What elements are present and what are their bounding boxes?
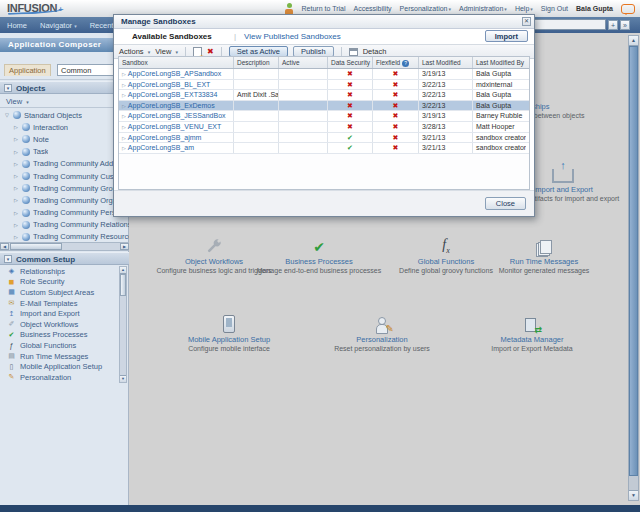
tree-item-trading-community-relationship[interactable]: ▷Trading Community Relationship bbox=[0, 219, 129, 231]
search-go-button[interactable]: + bbox=[608, 20, 618, 30]
main-vertical-scrollbar[interactable]: ▲ ▼ bbox=[628, 35, 639, 501]
tree-expand-icon[interactable]: ▷ bbox=[14, 149, 21, 155]
tree-expand-icon[interactable]: ▷ bbox=[14, 197, 21, 203]
column-header-data-security[interactable]: Data Security bbox=[328, 57, 373, 68]
tile-title-link[interactable]: Mobile Application Setup bbox=[163, 335, 295, 344]
common-setup-section-header[interactable]: ▾Common Setup bbox=[0, 252, 129, 265]
sandbox-name-link[interactable]: AppCoreLongSB_ajmm bbox=[128, 134, 202, 141]
sandbox-name-link[interactable]: AppCoreLongSB_APSandbox bbox=[128, 70, 221, 77]
row-expand-icon[interactable]: ▷ bbox=[122, 82, 126, 88]
scroll-right-icon[interactable]: ▶ bbox=[120, 243, 129, 250]
tree-expand-icon[interactable]: ▷ bbox=[14, 161, 21, 167]
header-link-sign-out[interactable]: Sign Out bbox=[541, 5, 568, 12]
row-expand-icon[interactable]: ▷ bbox=[122, 135, 126, 141]
view-menu[interactable]: View ▾ bbox=[155, 47, 178, 56]
sidebar-item-business-processes[interactable]: ✔Business Processes bbox=[0, 330, 119, 341]
collapse-icon[interactable]: ▾ bbox=[4, 255, 12, 263]
sidebar-item-relationships[interactable]: ◈Relationships bbox=[0, 266, 119, 277]
header-link-administration[interactable]: Administration▾ bbox=[459, 5, 507, 12]
header-link-personalization[interactable]: Personalization▾ bbox=[400, 5, 451, 12]
sandbox-name-link[interactable]: AppCoreLongSB_am bbox=[128, 144, 194, 151]
sandbox-name-link[interactable]: AppCoreLongSB_EXT33834 bbox=[128, 91, 218, 98]
search-input[interactable] bbox=[528, 19, 606, 30]
nav-item-home[interactable]: Home bbox=[7, 21, 27, 30]
tree-expand-icon[interactable]: ▷ bbox=[14, 234, 21, 240]
column-header-sandbox[interactable]: Sandbox bbox=[119, 57, 234, 68]
row-expand-icon[interactable]: ▷ bbox=[122, 113, 126, 119]
tile-title-link[interactable]: Metadata Manager bbox=[466, 335, 598, 344]
sidebar-item-run-time-messages[interactable]: ▤Run Time Messages bbox=[0, 351, 119, 362]
tree-item-trading-community-organizatio[interactable]: ▷Trading Community Organizatio bbox=[0, 194, 129, 206]
sandbox-name-link[interactable]: AppCoreLongSB_BL_EXT bbox=[128, 81, 211, 88]
header-link-return-to-trial[interactable]: Return to Trial bbox=[302, 5, 346, 12]
tree-item-trading-community-group-prof[interactable]: ▷Trading Community Group Prof bbox=[0, 182, 129, 194]
tree-expand-icon[interactable]: ▷ bbox=[14, 210, 21, 216]
tree-item-task[interactable]: ▷Task bbox=[0, 146, 129, 158]
sidebar-item-object-workflows[interactable]: ✐Object Workflows bbox=[0, 319, 119, 330]
scroll-left-icon[interactable]: ◀ bbox=[0, 243, 9, 250]
scrollbar-thumb[interactable] bbox=[10, 243, 62, 250]
sidebar-item-personalization[interactable]: ✎Personalization bbox=[0, 372, 119, 383]
scroll-up-icon[interactable]: ▲ bbox=[120, 267, 126, 274]
table-row[interactable]: ▷AppCoreLongSB_ajmm✔✖3/21/13sandbox crea… bbox=[119, 133, 529, 144]
nav-item-navigator[interactable]: Navigator▾ bbox=[40, 21, 77, 30]
tree-item-trading-community-address[interactable]: ▷Trading Community Address bbox=[0, 158, 129, 170]
tab-available-sandboxes[interactable]: Available Sandboxes bbox=[132, 32, 212, 41]
header-link-accessibility[interactable]: Accessibility bbox=[353, 5, 391, 12]
tree-expand-icon[interactable]: ▷ bbox=[14, 124, 21, 130]
table-row[interactable]: ▷AppCoreLongSB_am✔✖3/21/13sandbox creato… bbox=[119, 143, 529, 154]
tree-horizontal-scrollbar[interactable]: ◀ ▶ bbox=[0, 242, 129, 251]
tree-expand-icon[interactable]: ▷ bbox=[14, 136, 21, 142]
column-header-description[interactable]: Description bbox=[234, 57, 279, 68]
sidebar-item-import-and-export[interactable]: ↥Import and Export bbox=[0, 308, 119, 319]
row-expand-icon[interactable]: ▷ bbox=[122, 103, 126, 109]
table-row[interactable]: ▷AppCoreLongSB_JESSandBox✖✖3/19/13Barney… bbox=[119, 111, 529, 122]
tree-item-interaction[interactable]: ▷Interaction bbox=[0, 121, 129, 133]
sandbox-name-link[interactable]: AppCoreLongSB_ExDemos bbox=[128, 102, 215, 109]
column-header-last-modified[interactable]: Last Modified bbox=[419, 57, 473, 68]
search-advanced-icon[interactable]: » bbox=[620, 20, 630, 30]
sandbox-name-link[interactable]: AppCoreLongSB_VENU_EXT bbox=[128, 123, 221, 130]
actions-menu[interactable]: Actions ▾ bbox=[119, 47, 150, 56]
table-row[interactable]: ▷AppCoreLongSB_BL_EXT✖✖3/22/13mdxinterna… bbox=[119, 80, 529, 91]
tree-item-trading-community-resource-profile[interactable]: ▷Trading Community Resource Profile bbox=[0, 231, 129, 241]
scrollbar-thumb[interactable] bbox=[629, 46, 638, 476]
scroll-down-icon[interactable]: ▼ bbox=[120, 375, 126, 382]
table-row[interactable]: ▷AppCoreLongSB_EXT33834Amit Dixit .Sandb… bbox=[119, 90, 529, 101]
detach-icon[interactable] bbox=[349, 48, 358, 56]
row-expand-icon[interactable]: ▷ bbox=[122, 71, 126, 77]
sidebar-item-e-mail-templates[interactable]: ✉E-Mail Templates bbox=[0, 298, 119, 309]
tree-collapse-icon[interactable]: ▽ bbox=[5, 112, 12, 118]
tree-expand-icon[interactable]: ▷ bbox=[14, 173, 21, 179]
tile-title-link[interactable]: Run Time Messages bbox=[478, 257, 610, 266]
column-header-active[interactable]: Active bbox=[279, 57, 328, 68]
objects-section-header[interactable]: ▾Objects bbox=[0, 81, 129, 94]
sidebar-item-role-security[interactable]: ◼Role Security bbox=[0, 277, 119, 288]
scrollbar-thumb[interactable] bbox=[120, 274, 126, 296]
tab-view-published-sandboxes[interactable]: View Published Sandboxes bbox=[244, 32, 341, 41]
collapse-icon[interactable]: ▾ bbox=[4, 84, 12, 92]
tile-title-link[interactable]: Business Processes bbox=[253, 257, 385, 266]
import-button[interactable]: Import bbox=[485, 30, 528, 42]
tile-title-link[interactable]: Personalization bbox=[316, 335, 448, 344]
tree-expand-icon[interactable]: ▷ bbox=[14, 222, 21, 228]
column-header-flexfield[interactable]: Flexfield? bbox=[373, 57, 419, 68]
tree-item-note[interactable]: ▷Note bbox=[0, 133, 129, 145]
sidebar-item-mobile-application-setup[interactable]: ▯Mobile Application Setup bbox=[0, 361, 119, 372]
column-header-last-modified-by[interactable]: Last Modified By bbox=[473, 57, 526, 68]
objects-view-menu[interactable]: View ▾ bbox=[0, 95, 129, 108]
tree-expand-icon[interactable]: ▷ bbox=[14, 185, 21, 191]
row-expand-icon[interactable]: ▷ bbox=[122, 124, 126, 130]
sandbox-name-link[interactable]: AppCoreLongSB_JESSandBox bbox=[128, 112, 226, 119]
tree-item-trading-community-person-pro[interactable]: ▷Trading Community Person Pro bbox=[0, 207, 129, 219]
flexfield-info-icon[interactable]: ? bbox=[402, 60, 409, 67]
setup-vertical-scrollbar[interactable]: ▲ ▼ bbox=[119, 266, 127, 383]
delete-sandbox-icon[interactable]: ✖ bbox=[207, 47, 214, 56]
table-row[interactable]: ▷AppCoreLongSB_VENU_EXT✖✖3/28/13Matt Hoo… bbox=[119, 122, 529, 133]
table-row[interactable]: ▷AppCoreLongSB_APSandbox✖✖3/19/13Bala Gu… bbox=[119, 69, 529, 80]
close-icon[interactable]: ✕ bbox=[522, 17, 531, 26]
row-expand-icon[interactable]: ▷ bbox=[122, 92, 126, 98]
header-link-help[interactable]: Help▾ bbox=[515, 5, 533, 12]
detach-button[interactable]: Detach bbox=[363, 47, 387, 56]
row-expand-icon[interactable]: ▷ bbox=[122, 145, 126, 151]
